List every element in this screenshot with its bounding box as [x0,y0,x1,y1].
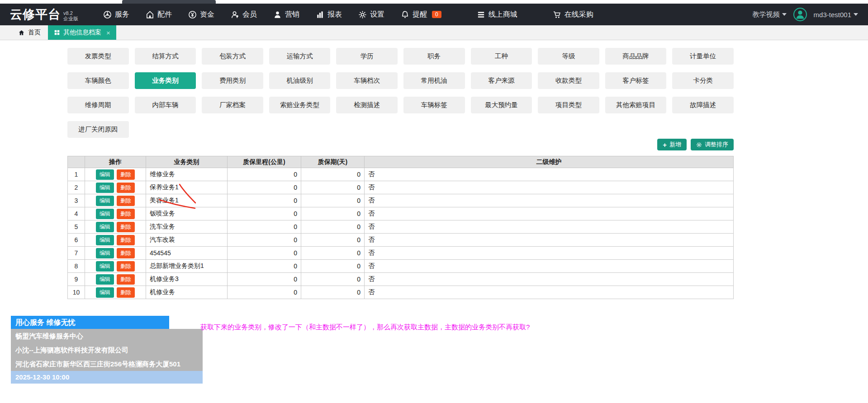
category-transport-method[interactable]: 运输方式 [269,48,331,65]
category-oil-grade[interactable]: 机油级别 [269,72,331,89]
menu-item-purchase[interactable]: 在线采购 [553,10,593,19]
category-work-type[interactable]: 工种 [471,48,532,65]
delete-button[interactable]: 删除 [117,222,135,232]
category-grade[interactable]: 等级 [538,48,599,65]
edit-button[interactable]: 编辑 [96,248,114,258]
reminder-badge[interactable]: 0 [432,11,441,18]
category-expense-type[interactable]: 费用类别 [202,72,263,89]
category-education[interactable]: 学历 [336,48,398,65]
category-invoice-type[interactable]: 发票类型 [67,48,129,65]
menu-item-report[interactable]: 报表 [316,10,342,19]
edit-button[interactable]: 编辑 [96,209,114,219]
service-icon [103,10,112,19]
category-inspection-desc[interactable]: 检测描述 [336,97,398,113]
menu-item-marketing[interactable]: 营销 [273,10,299,19]
category-customer-tag[interactable]: 客户标签 [605,72,667,89]
app-version: v8.2 企业版 [63,10,78,23]
category-internal-vehicle[interactable]: 内部车辆 [135,97,196,113]
category-project-type[interactable]: 项目类型 [538,97,599,113]
adjust-sort-button[interactable]: 调整排序 [691,139,734,150]
edit-button[interactable]: 编辑 [96,287,114,298]
table-row: 8 编辑删除 总部新增业务类别1 0 0 否 [68,260,734,273]
grid-icon [54,29,60,36]
business-type-cell: 维修业务 [146,168,228,181]
popup-title: 用心服务 维修无忧 [11,316,169,329]
delete-button[interactable]: 删除 [117,235,135,245]
app-title: 云修平台 [10,6,61,23]
category-product-brand[interactable]: 商品品牌 [605,48,667,65]
browser-edge [0,0,868,4]
parts-icon [146,10,154,19]
table-row: 1 编辑删除 维修业务 0 0 否 [68,168,734,181]
chevron-down-icon [782,13,787,16]
delete-button[interactable]: 删除 [117,209,135,219]
add-button[interactable]: + 新增 [657,139,687,150]
category-vehicle-class[interactable]: 车辆档次 [336,72,398,89]
category-manufacturer-file[interactable]: 厂家档案 [202,97,263,113]
menu-item-service[interactable]: 服务 [103,10,129,19]
member-icon [231,10,239,19]
video-dropdown[interactable]: 教学视频 [753,10,787,19]
delete-button[interactable]: 删除 [117,274,135,285]
plus-icon: + [663,141,667,148]
category-business-type[interactable]: 业务类别 [135,72,196,89]
delete-button[interactable]: 删除 [117,261,135,272]
avatar[interactable] [793,7,807,22]
edit-button[interactable]: 编辑 [96,196,114,206]
delete-button[interactable]: 删除 [117,169,135,180]
category-maintenance-cycle[interactable]: 维修周期 [67,97,129,113]
table-row: 6 编辑删除 汽车改装 0 0 否 [68,234,734,247]
menu-item-funds[interactable]: 资金 [188,10,214,19]
category-common-oil[interactable]: 常用机油 [403,72,465,89]
popup-shop-name: 畅盟汽车维修服务中心 [11,329,203,343]
content: 发票类型 结算方式 包装方式 运输方式 学历 职务 工种 等级 商品品牌 计量单… [0,40,868,403]
menu-item-mall[interactable]: 线上商城 [477,10,517,19]
reminder-bell-icon [401,10,409,19]
table-row: 9 编辑删除 机修业务3 0 0 否 [68,273,734,286]
tab-home[interactable]: 首页 [11,25,48,40]
popup-address: 河北省石家庄市新华区西三庄街256号格澜商务大厦501 [11,357,203,371]
menu-item-settings[interactable]: 设置 [358,10,384,19]
category-customer-source[interactable]: 客户来源 [471,72,532,89]
tab-other-info-archive[interactable]: 其他信息档案 × [48,25,116,40]
table-row: 3 编辑删除 美容业务1 0 0 否 [68,194,734,207]
edit-button[interactable]: 编辑 [96,183,114,193]
edit-button[interactable]: 编辑 [96,261,114,272]
close-tab-icon[interactable]: × [106,29,110,37]
category-payment-type[interactable]: 收款类型 [538,72,599,89]
menu-item-member[interactable]: 会员 [231,10,257,19]
category-vehicle-tag[interactable]: 车辆标签 [403,97,465,113]
business-type-cell: 钣喷业务 [146,207,228,220]
category-fault-description[interactable]: 故障描述 [672,97,734,113]
category-max-appointment[interactable]: 最大预约量 [471,97,532,113]
menu-item-reminder[interactable]: 提醒 0 [401,10,441,19]
gear-icon [696,142,702,148]
user-dropdown[interactable]: md3-test001 [814,11,858,19]
category-packaging-method[interactable]: 包装方式 [202,48,263,65]
popup-timestamp: 2025-12-30 10:00 [11,371,203,384]
delete-button[interactable]: 删除 [117,248,135,258]
username: md3-test001 [814,11,851,19]
delete-button[interactable]: 删除 [117,183,135,193]
category-position[interactable]: 职务 [403,48,465,65]
edit-button[interactable]: 编辑 [96,222,114,232]
home-icon [18,29,25,36]
delete-button[interactable]: 删除 [117,196,135,206]
mall-icon [477,10,485,19]
category-card-type[interactable]: 卡分类 [672,72,734,89]
category-measure-unit[interactable]: 计量单位 [672,48,734,65]
topbar-right: 教学视频 md3-test001 [753,7,858,22]
topbar: 云修平台 v8.2 企业版 服务 配件 资金 会员 营销 报表 [0,4,868,25]
category-claim-business-type[interactable]: 索赔业务类型 [269,97,331,113]
delete-button[interactable]: 删除 [117,287,135,298]
category-vehicle-color[interactable]: 车辆颜色 [67,72,129,89]
category-other-claim-items[interactable]: 其他索赔项目 [605,97,667,113]
edit-button[interactable]: 编辑 [96,169,114,180]
menu-item-parts[interactable]: 配件 [146,10,172,19]
category-entry-close-reason[interactable]: 进厂关闭原因 [67,121,129,138]
popup-company: 小沈--上海驷惠软件科技开发有限公司 [11,343,203,357]
edit-button[interactable]: 编辑 [96,274,114,285]
table-row: 10 编辑删除 机修业务 0 0 否 [68,286,734,299]
category-settlement-method[interactable]: 结算方式 [135,48,196,65]
edit-button[interactable]: 编辑 [96,235,114,245]
